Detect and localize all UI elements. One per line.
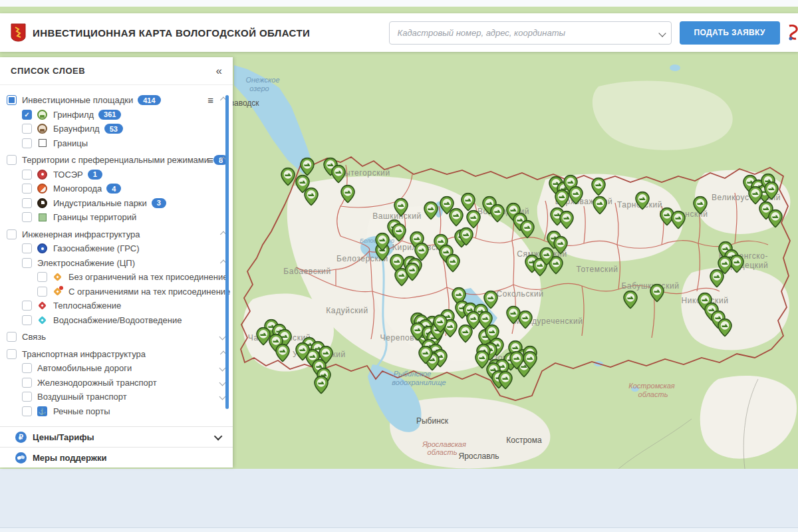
greenfield-map-marker[interactable] [446, 254, 460, 273]
layer-row-river-ports[interactable]: ⚓Речные порты [0, 404, 233, 419]
greenfield-map-marker[interactable] [518, 311, 533, 329]
layer-row-monotowns[interactable]: Моногорода4 [0, 182, 233, 196]
greenfield-map-marker[interactable] [340, 185, 355, 203]
layer-row-transport-infrastructure[interactable]: Транспортная инфраструктура [0, 347, 233, 362]
greenfield-map-marker[interactable] [635, 192, 650, 210]
greenfield-map-marker[interactable] [394, 198, 408, 217]
sidebar-scrollbar[interactable] [225, 95, 229, 409]
greenfield-map-marker[interactable] [693, 196, 708, 215]
greenfield-map-marker[interactable] [458, 325, 473, 343]
greenfield-map-marker[interactable] [650, 284, 664, 303]
checkbox-territory-borders[interactable] [22, 212, 32, 222]
layer-row-electricity[interactable]: Электроснабжение (ЦП) [0, 256, 233, 271]
greenfield-map-marker[interactable] [300, 158, 315, 176]
greenfield-map-marker[interactable] [555, 190, 569, 208]
chevron-down-icon[interactable] [219, 365, 226, 372]
checkbox-roads[interactable] [22, 363, 32, 373]
checkbox-communication[interactable] [7, 332, 17, 342]
greenfield-map-marker[interactable] [304, 188, 319, 206]
chevron-down-icon[interactable] [219, 379, 226, 386]
greenfield-map-marker[interactable] [509, 351, 524, 370]
greenfield-map-marker[interactable] [256, 327, 271, 346]
layer-row-engineering-infrastructure[interactable]: Инженерная инфраструктура [0, 227, 233, 242]
greenfield-map-marker[interactable] [490, 204, 505, 223]
layer-row-air-transport[interactable]: Воздушный транспорт [0, 390, 233, 404]
greenfield-map-marker[interactable] [520, 220, 535, 239]
greenfield-map-marker[interactable] [375, 233, 390, 251]
submit-application-button[interactable]: ПОДАТЬ ЗАЯВКУ [680, 21, 780, 45]
chevron-down-icon[interactable] [214, 432, 223, 440]
layer-row-with-connection-limits[interactable]: С ограничениями на тех присоединение [0, 285, 233, 299]
greenfield-map-marker[interactable] [331, 165, 346, 184]
checkbox-investment-sites[interactable] [7, 95, 17, 105]
layer-row-investment-sites[interactable]: Инвестиционные площадки414≡ [0, 93, 233, 108]
layer-row-gas-supply[interactable]: Газоснабжение (ГРС) [0, 241, 233, 256]
greenfield-map-marker[interactable] [768, 209, 783, 228]
sidebar-collapse-button[interactable]: « [216, 65, 222, 76]
layer-row-tosr[interactable]: ТОСЭР1 [0, 168, 233, 182]
greenfield-map-marker[interactable] [718, 319, 732, 337]
greenfield-map-marker[interactable] [523, 351, 537, 370]
greenfield-map-marker[interactable] [424, 201, 438, 220]
greenfield-map-marker[interactable] [418, 346, 433, 364]
layer-row-greenfield[interactable]: ✓Гринфилд361 [0, 108, 233, 122]
checkbox-heat-supply[interactable] [22, 301, 32, 311]
checkbox-air-transport[interactable] [22, 392, 32, 402]
search-input[interactable] [389, 21, 672, 45]
greenfield-map-marker[interactable] [591, 178, 606, 196]
checkbox-brownfield[interactable] [22, 124, 32, 134]
greenfield-map-marker[interactable] [459, 227, 473, 246]
layer-row-heat-supply[interactable]: Теплоснабжение [0, 299, 233, 313]
checkbox-no-connection-limits[interactable] [37, 272, 47, 282]
checkbox-gas-supply[interactable] [22, 243, 32, 253]
layer-row-territory-borders[interactable]: Границы территорий [0, 210, 233, 225]
sidebar-item-support-measures[interactable]: Меры поддержки [0, 447, 233, 467]
layer-row-industrial-parks[interactable]: Индустриальные парки3 [0, 196, 233, 211]
greenfield-map-marker[interactable] [553, 236, 568, 255]
greenfield-map-marker[interactable] [593, 196, 607, 215]
greenfield-map-marker[interactable] [764, 182, 779, 200]
greenfield-map-marker[interactable] [539, 247, 554, 266]
greenfield-map-marker[interactable] [559, 211, 574, 229]
greenfield-map-marker[interactable] [498, 371, 513, 390]
layer-menu-icon[interactable]: ≡ [207, 95, 213, 105]
checkbox-tosr[interactable] [22, 170, 32, 180]
checkbox-water-supply[interactable] [22, 315, 32, 325]
greenfield-map-marker[interactable] [281, 168, 295, 186]
layer-menu-icon[interactable]: ≡ [207, 155, 213, 165]
greenfield-map-marker[interactable] [569, 186, 583, 205]
checkbox-borders[interactable] [22, 138, 32, 148]
greenfield-map-marker[interactable] [314, 376, 329, 394]
checkbox-monotowns[interactable] [22, 184, 32, 194]
checkbox-railway[interactable] [22, 378, 32, 388]
search-combobox[interactable] [389, 21, 672, 45]
greenfield-map-marker[interactable] [405, 263, 420, 281]
checkbox-greenfield[interactable]: ✓ [22, 110, 32, 120]
greenfield-map-marker[interactable] [433, 315, 448, 333]
chevron-down-icon[interactable] [219, 334, 226, 340]
greenfield-map-marker[interactable] [623, 291, 638, 309]
checkbox-industrial-parks[interactable] [22, 198, 32, 208]
greenfield-map-marker[interactable] [466, 210, 481, 229]
greenfield-map-marker[interactable] [710, 269, 724, 288]
layer-row-railway[interactable]: Железнодорожный транспорт [0, 376, 233, 390]
checkbox-engineering-infrastructure[interactable] [7, 229, 17, 239]
checkbox-with-connection-limits[interactable] [37, 287, 47, 297]
greenfield-map-marker[interactable] [461, 193, 475, 211]
checkbox-preferential-territories[interactable] [7, 155, 17, 165]
layer-row-preferential-territories[interactable]: Территории с преференциальными режимами8… [0, 153, 233, 168]
layer-row-roads[interactable]: Автомобильные дороги [0, 361, 233, 376]
checkbox-electricity[interactable] [22, 258, 32, 268]
layer-row-borders[interactable]: Границы [0, 136, 233, 151]
greenfield-map-marker[interactable] [295, 342, 310, 361]
checkbox-river-ports[interactable] [22, 406, 32, 416]
layer-row-brownfield[interactable]: Браунфилд53 [0, 122, 233, 136]
sidebar-item-prices-tariffs[interactable]: ₽Цены/Тарифы [0, 426, 233, 447]
checkbox-transport-infrastructure[interactable] [7, 349, 17, 359]
greenfield-map-marker[interactable] [392, 223, 406, 242]
layer-row-communication[interactable]: Связь [0, 330, 233, 344]
greenfield-map-marker[interactable] [671, 211, 686, 229]
chevron-down-icon[interactable] [219, 394, 226, 400]
layer-row-water-supply[interactable]: Водоснабжение/Водоотведение [0, 313, 233, 328]
greenfield-map-marker[interactable] [275, 344, 290, 362]
